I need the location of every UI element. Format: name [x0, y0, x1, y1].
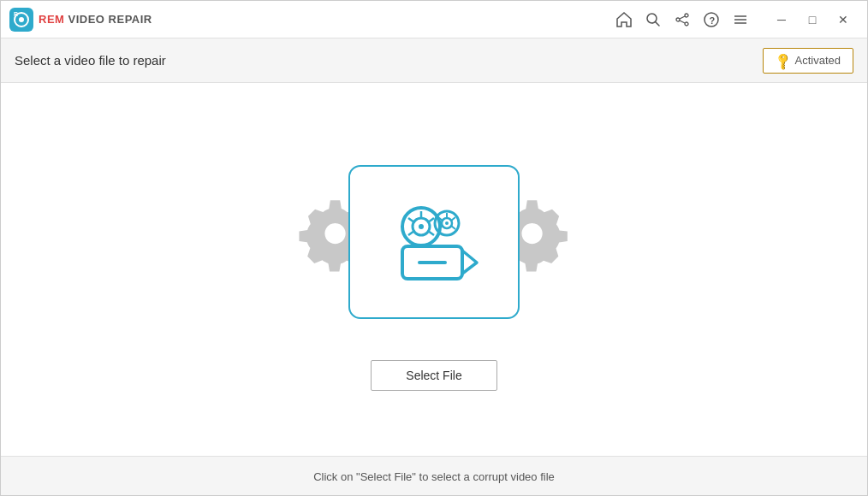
svg-text:R: R	[14, 11, 18, 17]
minimize-button[interactable]: ─	[766, 4, 797, 35]
svg-line-29	[451, 226, 455, 229]
svg-line-28	[451, 217, 455, 221]
svg-text:?: ?	[710, 15, 716, 25]
svg-line-22	[408, 231, 414, 235]
title-bar-icons: ? ─ □ ✕	[615, 4, 859, 35]
svg-line-5	[656, 21, 660, 26]
app-logo: R REM VIDEO REPAIR	[9, 8, 152, 32]
svg-point-7	[676, 18, 680, 21]
footer: Click on "Select File" to select a corru…	[1, 456, 867, 496]
header-bar: Select a video file to repair 🔑 Activate…	[1, 38, 867, 83]
svg-line-23	[408, 218, 414, 222]
key-icon: 🔑	[772, 50, 792, 70]
help-icon[interactable]: ?	[703, 11, 720, 28]
svg-line-21	[428, 231, 434, 235]
activated-label: Activated	[795, 54, 841, 67]
svg-line-20	[428, 218, 434, 222]
maximize-button[interactable]: □	[797, 4, 828, 35]
main-content: Select File	[1, 83, 867, 456]
video-box	[348, 165, 520, 319]
title-bar: R REM VIDEO REPAIR	[1, 1, 867, 38]
window-controls: ─ □ ✕	[766, 4, 859, 35]
svg-point-2	[19, 17, 24, 22]
select-file-button[interactable]: Select File	[371, 360, 496, 391]
share-icon[interactable]	[674, 11, 691, 28]
svg-point-18	[419, 224, 424, 229]
home-icon[interactable]	[615, 11, 633, 28]
svg-line-10	[680, 21, 685, 23]
app-title: REM VIDEO REPAIR	[39, 13, 152, 26]
logo-icon: R	[9, 8, 33, 32]
close-button[interactable]: ✕	[828, 4, 859, 35]
svg-point-6	[685, 14, 688, 17]
graphic-container	[288, 148, 580, 336]
activated-button[interactable]: 🔑 Activated	[763, 48, 853, 74]
svg-marker-33	[462, 251, 477, 274]
footer-hint: Click on "Select File" to select a corru…	[313, 470, 555, 483]
page-title: Select a video file to repair	[15, 53, 166, 68]
search-icon[interactable]	[645, 11, 662, 28]
svg-point-26	[445, 221, 449, 225]
camera-icon	[378, 195, 490, 289]
menu-icon[interactable]	[732, 11, 749, 28]
svg-line-9	[680, 16, 685, 19]
svg-point-8	[685, 22, 688, 26]
title-bar-left: R REM VIDEO REPAIR	[9, 8, 152, 32]
